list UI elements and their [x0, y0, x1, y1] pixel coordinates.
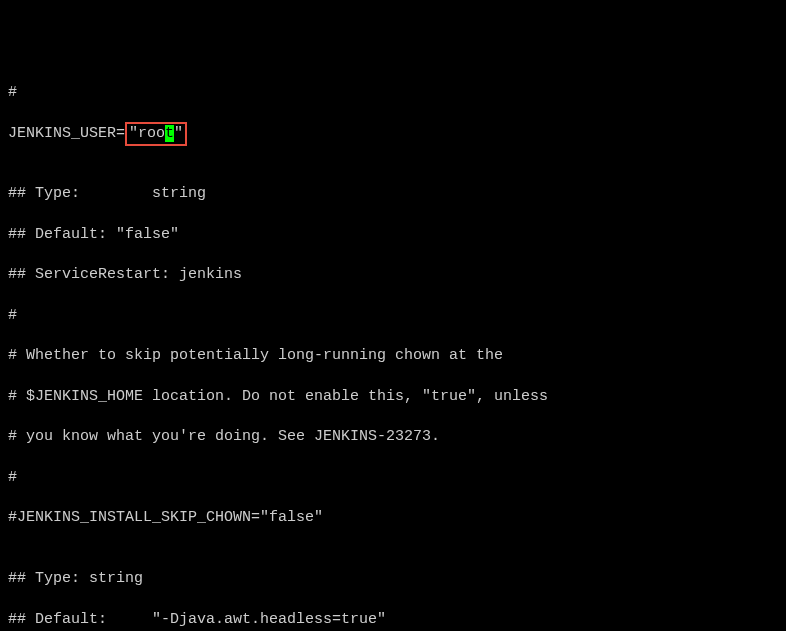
config-line: #JENKINS_INSTALL_SKIP_CHOWN="false" [8, 508, 778, 528]
jenkins-user-value-start: "roo [129, 125, 165, 142]
config-line: ## Default: "-Djava.awt.headless=true" [8, 610, 778, 630]
config-line: # [8, 468, 778, 488]
jenkins-user-highlight: "root" [125, 122, 187, 146]
config-line: ## Type: string [8, 184, 778, 204]
cursor: t [165, 125, 174, 142]
config-line: ## Default: "false" [8, 225, 778, 245]
config-line: # you know what you're doing. See JENKIN… [8, 427, 778, 447]
config-line: ## Type: string [8, 569, 778, 589]
jenkins-user-value-end: " [174, 125, 183, 142]
config-line: # Whether to skip potentially long-runni… [8, 346, 778, 366]
config-line: # $JENKINS_HOME location. Do not enable … [8, 387, 778, 407]
jenkins-user-key: JENKINS_USER= [8, 125, 125, 142]
config-line: # [8, 306, 778, 326]
config-line: # [8, 83, 778, 103]
jenkins-user-line[interactable]: JENKINS_USER="root" [8, 124, 778, 144]
config-line: ## ServiceRestart: jenkins [8, 265, 778, 285]
